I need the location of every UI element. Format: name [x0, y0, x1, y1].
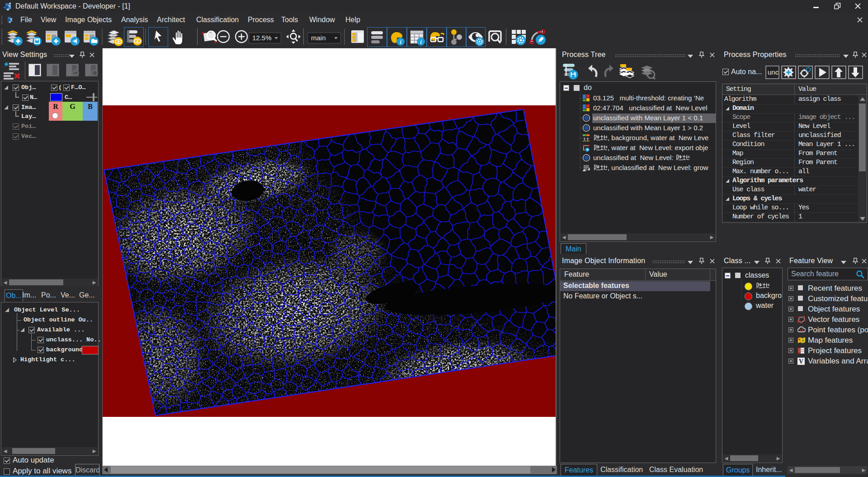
svg-text:V: V — [799, 358, 803, 365]
svg-text:i: i — [400, 38, 401, 45]
svg-text:i: i — [420, 38, 422, 45]
